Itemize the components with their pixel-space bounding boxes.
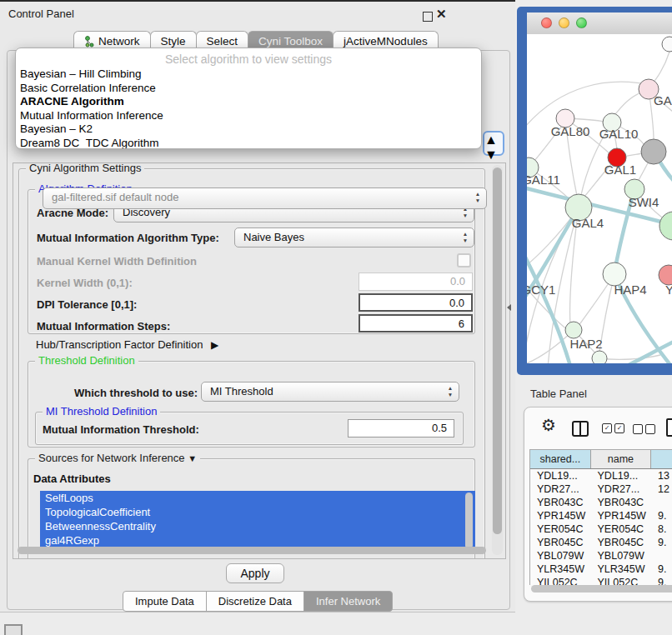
node-label: GAL1	[604, 162, 636, 177]
algorithm-option[interactable]: Basic Correlation Inference	[16, 82, 481, 96]
table-cell[interactable]: YBR045C	[530, 536, 591, 549]
table-row[interactable]: YER054CYER054C8.	[530, 522, 672, 536]
settings-scrollbar-thumb[interactable]	[493, 168, 502, 534]
table-cell[interactable]: YER054C	[530, 522, 591, 536]
tab-impute-data[interactable]: Impute Data	[123, 591, 207, 612]
table-row[interactable]: YIL052CYIL052C9.	[530, 576, 672, 585]
table-cell[interactable]: YPR145W	[530, 509, 591, 522]
table-cell[interactable]: YDR27...	[530, 482, 591, 496]
mi-type-combobox[interactable]: Naive Bayes ▲▼	[234, 228, 474, 248]
select-all-columns-icon[interactable]: ✓ ✓	[602, 423, 624, 433]
algorithm-option[interactable]: Bayesian – Hill Climbing	[16, 68, 481, 82]
split-table-icon[interactable]	[572, 421, 589, 437]
mac-zoom-icon[interactable]	[576, 18, 587, 28]
network-node[interactable]	[641, 139, 666, 164]
table-cell[interactable]: YBR045C	[591, 536, 652, 549]
table-row[interactable]: YDL19...YDL19...13	[530, 469, 672, 482]
table-selector-combobox[interactable]: gal-filtered.sif default node ▲▼	[43, 188, 487, 209]
mi-threshold-label: Mutual Information Threshold:	[43, 423, 199, 436]
dpi-tolerance-label: DPI Tolerance [0,1]:	[37, 298, 137, 311]
table-row[interactable]: YPR145WYPR145W9.	[530, 509, 672, 522]
algorithm-option[interactable]: Bayesian – K2	[16, 122, 481, 137]
dpi-tolerance-field[interactable]: 0.0	[359, 293, 473, 312]
gear-icon[interactable]: ⚙	[541, 415, 556, 435]
manual-kernel-checkbox[interactable]	[457, 253, 471, 268]
apply-button[interactable]: Apply	[226, 563, 284, 583]
algorithm-option[interactable]: Dream8 DC_TDC Algorithm	[16, 137, 481, 150]
divider-collapse-icon[interactable]	[507, 304, 511, 311]
table-cell[interactable]: YIL052C	[530, 576, 591, 585]
network-window-titlebar[interactable]	[527, 12, 672, 35]
table-row[interactable]: YBR045CYBR045C9.	[530, 536, 672, 549]
table-cell[interactable]: 9.	[651, 509, 672, 522]
mac-minimize-icon[interactable]	[559, 18, 569, 28]
network-canvas[interactable]: GAL7GAL80GAL10GAL1GAL11SWI4GAL4GCY1HAP4Y…	[527, 34, 672, 363]
table-cell[interactable]: YBL079W	[530, 549, 591, 562]
table-cell[interactable]	[651, 496, 672, 509]
mi-steps-field[interactable]: 6	[359, 314, 473, 332]
table-cell[interactable]: YLR345W	[530, 562, 591, 576]
network-node[interactable]	[662, 37, 672, 52]
algorithm-combobox-button[interactable]: ▲▼	[483, 131, 504, 156]
attributes-list-scrollbar[interactable]	[465, 492, 473, 549]
deselect-all-columns-icon[interactable]	[633, 424, 655, 434]
table-row[interactable]: YDR27...YDR27...12	[530, 482, 672, 496]
table-cell[interactable]: YIL052C	[591, 576, 652, 585]
table-cell[interactable]: 13	[651, 469, 672, 482]
data-attribute-item[interactable]: BetweennessCentrality	[40, 519, 475, 533]
which-threshold-combobox[interactable]: MI Threshold ▲▼	[201, 382, 459, 402]
settings-horizontal-scrollbar[interactable]	[18, 547, 486, 554]
data-attribute-item[interactable]: gal4RGexp	[40, 533, 475, 548]
table-cell[interactable]: 9.	[651, 562, 672, 576]
tab-discretize-data[interactable]: Discretize Data	[206, 591, 304, 612]
column-header-name[interactable]: name	[591, 450, 652, 468]
node-table: shared... name YDL19...YDL19...13YDR27..…	[529, 449, 672, 585]
table-cell[interactable]: YLR345W	[591, 562, 652, 576]
network-node[interactable]	[659, 212, 672, 240]
table-cell[interactable]: YDL19...	[591, 469, 652, 482]
node-label: SWI4	[629, 195, 659, 209]
network-edge[interactable]	[599, 355, 660, 359]
algorithm-option[interactable]: Mutual Information Inference	[16, 109, 481, 123]
table-cell[interactable]: YDL19...	[530, 469, 591, 482]
table-row[interactable]: YBR043CYBR043C	[530, 496, 672, 509]
mi-steps-label: Mutual Information Steps:	[37, 320, 170, 332]
table-cell[interactable]	[651, 549, 672, 562]
network-node[interactable]	[565, 322, 582, 338]
data-attribute-item[interactable]: TopologicalCoefficient	[40, 505, 475, 519]
mi-threshold-field[interactable]: 0.5	[348, 419, 454, 438]
kernel-width-field[interactable]: 0.0	[359, 272, 473, 291]
settings-scrollpane: Cyni Algorithm Settings Algorithm Defini…	[13, 162, 506, 559]
float-window-icon[interactable]	[423, 12, 433, 22]
algorithm-option[interactable]: ARACNE Algorithm	[16, 95, 481, 109]
table-rows: YDL19...YDL19...13YDR27...YDR27...12YBR0…	[530, 469, 672, 585]
table-cell[interactable]: YBR043C	[591, 496, 652, 509]
table-cell[interactable]: 8.	[651, 522, 672, 536]
table-cell[interactable]: 9.	[651, 576, 672, 585]
corner-partial-button[interactable]	[4, 624, 23, 635]
tab-infer-network[interactable]: Infer Network	[303, 591, 393, 612]
table-cell[interactable]: YBL079W	[591, 549, 652, 562]
close-icon[interactable]: ✕	[436, 7, 447, 22]
column-header-partial[interactable]	[651, 450, 672, 468]
dropdown-placeholder: Select algorithm to view settings	[16, 52, 481, 68]
mac-close-icon[interactable]	[541, 18, 552, 28]
table-horizontal-scrollbar[interactable]	[531, 585, 672, 592]
network-view-window[interactable]: GAL7GAL80GAL10GAL1GAL11SWI4GAL4GCY1HAP4Y…	[517, 7, 672, 375]
table-cell[interactable]: YBR043C	[530, 496, 591, 509]
table-row[interactable]: YLR345WYLR345W9.	[530, 562, 672, 576]
manual-kernel-label: Manual Kernel Width Definition	[37, 255, 197, 268]
table-cell[interactable]: YDR27...	[591, 482, 652, 496]
table-row[interactable]: YBL079WYBL079W	[530, 549, 672, 562]
table-cell[interactable]: YER054C	[591, 522, 652, 536]
column-header-shared-name[interactable]: shared...	[530, 450, 591, 468]
table-cell[interactable]: 9.	[651, 536, 672, 549]
data-attribute-item[interactable]: SelfLoops	[40, 491, 475, 505]
data-attributes-list[interactable]: SelfLoopsTopologicalCoefficientBetweenne…	[40, 491, 475, 554]
hub-definition-expander[interactable]: Hub/Transcription Factor Definition ▶	[36, 338, 218, 351]
node-label: GAL7	[654, 93, 672, 108]
network-node[interactable]	[592, 351, 607, 363]
table-cell[interactable]: 12	[651, 482, 672, 496]
export-table-icon[interactable]	[666, 418, 672, 437]
table-cell[interactable]: YPR145W	[591, 509, 652, 522]
